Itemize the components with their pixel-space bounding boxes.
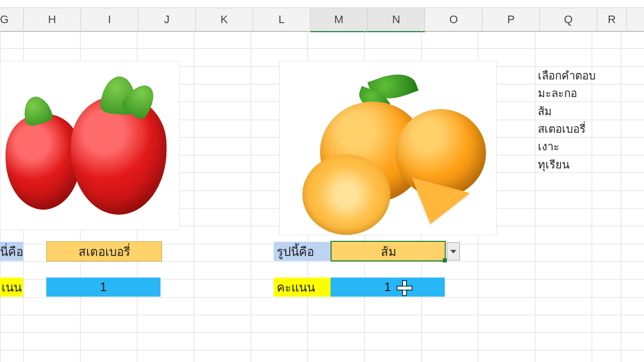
col-header-N[interactable]: N [368, 8, 425, 32]
option-0[interactable]: เลือกคำตอบ [538, 67, 596, 84]
option-5[interactable]: ทุเรียน [538, 156, 570, 173]
col-header-Q[interactable]: Q [540, 8, 597, 31]
col-header-J[interactable]: J [138, 8, 196, 31]
fill-handle[interactable] [443, 258, 447, 262]
col-header-O[interactable]: O [425, 8, 482, 31]
option-4[interactable]: เงาะ [538, 138, 559, 155]
col-header-R[interactable]: R [597, 8, 627, 31]
grid-area: นี่คือ สเตอเบอรี่ เนน 1 รูปนี้คือ ส้ม คะ… [0, 31, 644, 362]
chevron-down-icon [450, 250, 456, 253]
label-right-score: คะแนน [274, 278, 334, 297]
col-header-H[interactable]: H [24, 8, 81, 31]
image-orange [279, 61, 497, 235]
col-header-M[interactable]: M [310, 8, 368, 32]
col-header-G[interactable]: G [0, 8, 24, 31]
option-2[interactable]: ส้ม [538, 103, 552, 120]
score-left[interactable]: 1 [46, 278, 160, 297]
answer-left[interactable]: สเตอเบอรี่ [46, 241, 162, 261]
label-left-score: เนน [0, 278, 23, 297]
label-right-caption: รูปนี้คือ [274, 242, 334, 261]
score-right[interactable]: 1 [331, 278, 445, 297]
column-headers: GHIJKLMNOPQR [0, 8, 644, 32]
dropdown-button[interactable] [447, 242, 460, 260]
col-header-L[interactable]: L [253, 8, 310, 31]
image-strawberry [0, 61, 180, 230]
option-3[interactable]: สเตอเบอรี่ [538, 120, 586, 138]
col-header-K[interactable]: K [196, 8, 253, 31]
col-header-P[interactable]: P [482, 8, 540, 31]
active-cell-outline [331, 241, 446, 261]
col-header-I[interactable]: I [81, 8, 138, 31]
label-left-caption: นี่คือ [0, 242, 23, 261]
option-1[interactable]: มะละกอ [538, 84, 577, 102]
